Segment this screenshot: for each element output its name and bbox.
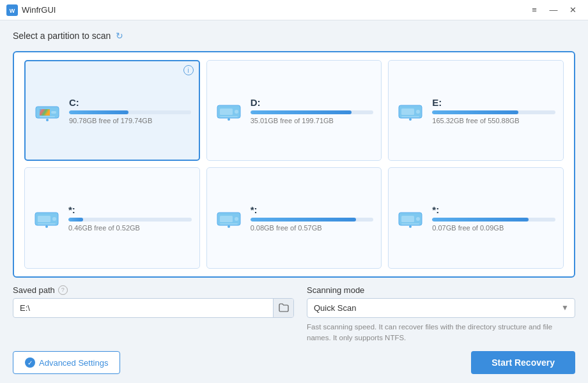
windows-drive-icon: [33, 98, 61, 123]
saved-path-input[interactable]: [13, 299, 273, 317]
browse-button[interactable]: [273, 299, 293, 317]
partition-info: D: 35.01GB free of 199.71GB: [251, 97, 374, 124]
partition-bar-bg: [251, 218, 374, 222]
advanced-settings-button[interactable]: ✓ Advanced Settings: [13, 351, 120, 374]
drive-icon: [396, 205, 424, 230]
svg-rect-6: [51, 111, 56, 114]
mode-description: Fast scanning speed. It can recover file…: [307, 322, 575, 344]
scanning-mode-select[interactable]: Quick ScanDeep Scan: [307, 298, 575, 318]
svg-point-18: [416, 110, 420, 114]
svg-rect-23: [38, 216, 50, 222]
svg-point-38: [409, 225, 412, 228]
svg-rect-17: [401, 109, 414, 115]
partition-bar-fill: [432, 218, 528, 222]
partition-info: E: 165.32GB free of 550.88GB: [432, 97, 555, 124]
svg-point-14: [228, 118, 230, 121]
partition-bar-fill: [68, 218, 83, 222]
partition-bar-bg: [68, 218, 192, 222]
partition-name: *:: [68, 204, 192, 215]
partition-bar-fill: [69, 110, 128, 114]
app-title: WinfrGUI: [22, 5, 525, 15]
refresh-icon[interactable]: ↻: [116, 31, 126, 41]
minimize-button[interactable]: —: [545, 3, 562, 17]
partition-size: 0.46GB free of 0.52GB: [68, 224, 192, 232]
partition-info: *: 0.46GB free of 0.52GB: [68, 204, 192, 232]
advanced-settings-label: Advanced Settings: [39, 358, 108, 368]
partition-name: D:: [251, 97, 374, 108]
svg-point-20: [409, 118, 412, 121]
partition-card-star1[interactable]: *: 0.46GB free of 0.52GB: [24, 167, 200, 268]
partition-name: E:: [432, 97, 555, 108]
partition-info-icon[interactable]: i: [183, 65, 194, 75]
svg-point-36: [416, 217, 420, 221]
drive-icon: [215, 205, 243, 230]
titlebar: W WinfrGUI ≡ — ✕: [0, 0, 588, 20]
partition-info: *: 0.07GB free of 0.09GB: [432, 204, 555, 232]
partition-bar-fill: [432, 110, 518, 114]
partition-size: 0.07GB free of 0.09GB: [432, 224, 555, 232]
window-controls: ≡ — ✕: [525, 3, 582, 17]
partition-size: 35.01GB free of 199.71GB: [251, 117, 374, 124]
path-input-wrapper: [13, 298, 294, 318]
drive-icon: [396, 98, 424, 123]
saved-path-section: Saved path ?: [13, 285, 294, 318]
partition-grid: C: 90.78GB free of 179.74GB i D:: [24, 60, 564, 269]
partition-size: 165.32GB free of 550.88GB: [432, 117, 555, 124]
close-button[interactable]: ✕: [564, 3, 582, 17]
partition-card-C[interactable]: C: 90.78GB free of 179.74GB i: [24, 60, 200, 161]
partition-card-E[interactable]: E: 165.32GB free of 550.88GB: [388, 60, 564, 161]
svg-point-30: [235, 217, 238, 221]
partition-container: C: 90.78GB free of 179.74GB i D:: [13, 51, 575, 278]
svg-point-24: [52, 217, 56, 221]
svg-rect-29: [220, 216, 233, 222]
svg-point-8: [46, 119, 49, 121]
svg-rect-31: [220, 223, 238, 225]
saved-path-label: Saved path ?: [13, 285, 294, 295]
partition-card-star2[interactable]: *: 0.08GB free of 0.57GB: [206, 167, 382, 268]
partition-name: C:: [69, 97, 191, 108]
partition-bar-bg: [432, 218, 555, 222]
partition-bar-fill: [251, 110, 352, 114]
partition-bar-bg: [432, 110, 555, 114]
footer: ✓ Advanced Settings Start Recovery: [0, 351, 588, 383]
svg-point-12: [235, 110, 238, 114]
partition-name: *:: [251, 204, 374, 215]
svg-rect-5: [40, 109, 50, 116]
svg-rect-25: [38, 223, 56, 225]
check-circle-icon: ✓: [25, 357, 35, 368]
svg-rect-7: [40, 116, 55, 117]
partition-info: *: 0.08GB free of 0.57GB: [251, 204, 374, 232]
partition-size: 0.08GB free of 0.57GB: [251, 224, 374, 232]
partition-bar-fill: [251, 218, 357, 222]
drive-icon: [33, 205, 61, 230]
menu-button[interactable]: ≡: [525, 3, 543, 17]
bottom-section: Saved path ? Scanning mode Quick ScanDee…: [13, 285, 575, 344]
partition-card-D[interactable]: D: 35.01GB free of 199.71GB: [206, 60, 382, 161]
svg-rect-35: [401, 216, 414, 222]
partition-info: C: 90.78GB free of 179.74GB: [69, 97, 191, 124]
svg-rect-37: [401, 223, 419, 225]
svg-rect-13: [220, 116, 238, 117]
partition-size: 90.78GB free of 179.74GB: [69, 117, 191, 124]
drive-icon: [215, 98, 243, 123]
scanning-mode-section: Scanning mode Quick ScanDeep Scan ▼ Fast…: [307, 285, 575, 344]
partition-card-star3[interactable]: *: 0.07GB free of 0.09GB: [388, 167, 564, 268]
section-title: Select a partition to scan: [13, 31, 111, 41]
partition-bar-bg: [251, 110, 374, 114]
folder-icon: [279, 303, 289, 312]
scanning-mode-label: Scanning mode: [307, 285, 575, 295]
partition-name: *:: [432, 204, 555, 215]
saved-path-help-icon[interactable]: ?: [58, 285, 68, 295]
svg-text:W: W: [10, 8, 15, 14]
mode-select-wrapper: Quick ScanDeep Scan ▼: [307, 298, 575, 318]
section-label-row: Select a partition to scan ↻: [13, 31, 575, 41]
svg-point-26: [45, 225, 48, 228]
main-content: Select a partition to scan ↻: [0, 20, 588, 351]
app-logo: W: [6, 4, 18, 16]
svg-rect-11: [220, 109, 233, 115]
start-recovery-button[interactable]: Start Recovery: [471, 351, 575, 374]
partition-bar-bg: [69, 110, 191, 114]
svg-rect-19: [401, 116, 419, 117]
svg-point-32: [228, 225, 230, 228]
